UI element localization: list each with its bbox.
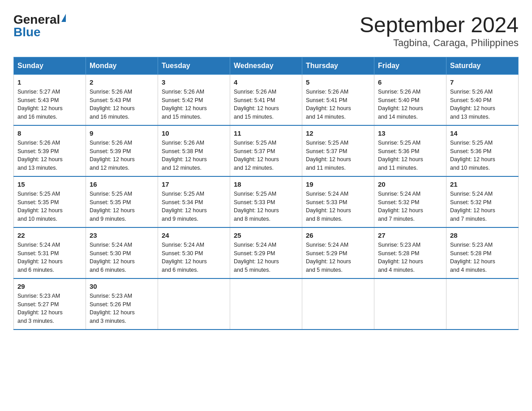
table-row: 6 Sunrise: 5:26 AM Sunset: 5:40 PM Dayli… xyxy=(374,74,446,125)
day-number: 30 xyxy=(90,283,154,290)
table-row: 9 Sunrise: 5:26 AM Sunset: 5:39 PM Dayli… xyxy=(86,125,158,176)
table-row: 18 Sunrise: 5:25 AM Sunset: 5:33 PM Dayl… xyxy=(230,176,302,227)
day-info: Sunrise: 5:25 AM Sunset: 5:37 PM Dayligh… xyxy=(306,139,370,172)
day-info: Sunrise: 5:24 AM Sunset: 5:30 PM Dayligh… xyxy=(162,241,226,274)
table-row: 8 Sunrise: 5:26 AM Sunset: 5:39 PM Dayli… xyxy=(14,125,86,176)
day-number: 26 xyxy=(306,231,370,239)
day-info: Sunrise: 5:26 AM Sunset: 5:40 PM Dayligh… xyxy=(378,88,442,121)
calendar-header: Sunday Monday Tuesday Wednesday Thursday… xyxy=(14,57,519,74)
day-info: Sunrise: 5:24 AM Sunset: 5:29 PM Dayligh… xyxy=(234,241,298,274)
day-info: Sunrise: 5:24 AM Sunset: 5:32 PM Dayligh… xyxy=(450,190,515,223)
table-row: 1 Sunrise: 5:27 AM Sunset: 5:43 PM Dayli… xyxy=(14,74,86,125)
day-info: Sunrise: 5:26 AM Sunset: 5:43 PM Dayligh… xyxy=(90,88,154,121)
calendar-week-row: 15 Sunrise: 5:25 AM Sunset: 5:35 PM Dayl… xyxy=(14,176,519,227)
table-row: 19 Sunrise: 5:24 AM Sunset: 5:33 PM Dayl… xyxy=(302,176,374,227)
col-tuesday: Tuesday xyxy=(158,57,230,74)
title-block: September 2024 Tagbina, Caraga, Philippi… xyxy=(360,13,519,49)
day-number: 11 xyxy=(234,129,298,137)
table-row: 12 Sunrise: 5:25 AM Sunset: 5:37 PM Dayl… xyxy=(302,125,374,176)
table-row: 21 Sunrise: 5:24 AM Sunset: 5:32 PM Dayl… xyxy=(446,176,519,227)
table-row: 14 Sunrise: 5:25 AM Sunset: 5:36 PM Dayl… xyxy=(446,125,519,176)
day-info: Sunrise: 5:26 AM Sunset: 5:40 PM Dayligh… xyxy=(450,88,515,121)
day-info: Sunrise: 5:24 AM Sunset: 5:33 PM Dayligh… xyxy=(306,190,370,223)
day-number: 20 xyxy=(378,180,442,188)
day-number: 7 xyxy=(450,78,515,86)
day-info: Sunrise: 5:26 AM Sunset: 5:41 PM Dayligh… xyxy=(234,88,298,121)
logo-general-text: General xyxy=(13,13,60,26)
day-number: 15 xyxy=(17,180,82,188)
day-number: 27 xyxy=(378,231,442,239)
day-info: Sunrise: 5:25 AM Sunset: 5:37 PM Dayligh… xyxy=(234,139,298,172)
day-info: Sunrise: 5:25 AM Sunset: 5:35 PM Dayligh… xyxy=(90,190,154,223)
col-saturday: Saturday xyxy=(446,57,519,74)
table-row xyxy=(446,278,519,330)
day-number: 5 xyxy=(306,78,370,86)
day-number: 12 xyxy=(306,129,370,137)
calendar-title: September 2024 xyxy=(360,13,519,37)
table-row: 10 Sunrise: 5:26 AM Sunset: 5:38 PM Dayl… xyxy=(158,125,230,176)
header: General Blue September 2024 Tagbina, Car… xyxy=(13,13,519,49)
day-info: Sunrise: 5:26 AM Sunset: 5:39 PM Dayligh… xyxy=(17,139,82,172)
day-info: Sunrise: 5:23 AM Sunset: 5:28 PM Dayligh… xyxy=(378,241,442,274)
col-sunday: Sunday xyxy=(14,57,86,74)
logo-triangle-icon xyxy=(61,14,66,22)
day-number: 18 xyxy=(234,180,298,188)
col-friday: Friday xyxy=(374,57,446,74)
day-info: Sunrise: 5:24 AM Sunset: 5:30 PM Dayligh… xyxy=(90,241,154,274)
table-row: 2 Sunrise: 5:26 AM Sunset: 5:43 PM Dayli… xyxy=(86,74,158,125)
col-wednesday: Wednesday xyxy=(230,57,302,74)
table-row: 26 Sunrise: 5:24 AM Sunset: 5:29 PM Dayl… xyxy=(302,227,374,278)
day-info: Sunrise: 5:25 AM Sunset: 5:34 PM Dayligh… xyxy=(162,190,226,223)
day-number: 25 xyxy=(234,231,298,239)
table-row: 16 Sunrise: 5:25 AM Sunset: 5:35 PM Dayl… xyxy=(86,176,158,227)
day-info: Sunrise: 5:23 AM Sunset: 5:27 PM Dayligh… xyxy=(17,292,82,325)
day-number: 3 xyxy=(162,78,226,86)
header-row: Sunday Monday Tuesday Wednesday Thursday… xyxy=(14,57,519,74)
calendar-week-row: 29 Sunrise: 5:23 AM Sunset: 5:27 PM Dayl… xyxy=(14,278,519,330)
day-info: Sunrise: 5:26 AM Sunset: 5:41 PM Dayligh… xyxy=(306,88,370,121)
day-info: Sunrise: 5:25 AM Sunset: 5:35 PM Dayligh… xyxy=(17,190,82,223)
table-row: 30 Sunrise: 5:23 AM Sunset: 5:26 PM Dayl… xyxy=(86,278,158,330)
table-row xyxy=(158,278,230,330)
table-row: 5 Sunrise: 5:26 AM Sunset: 5:41 PM Dayli… xyxy=(302,74,374,125)
table-row: 13 Sunrise: 5:25 AM Sunset: 5:36 PM Dayl… xyxy=(374,125,446,176)
day-number: 28 xyxy=(450,231,515,239)
day-number: 9 xyxy=(90,129,154,137)
table-row xyxy=(230,278,302,330)
day-info: Sunrise: 5:23 AM Sunset: 5:26 PM Dayligh… xyxy=(90,292,154,325)
table-row: 20 Sunrise: 5:24 AM Sunset: 5:32 PM Dayl… xyxy=(374,176,446,227)
table-row: 7 Sunrise: 5:26 AM Sunset: 5:40 PM Dayli… xyxy=(446,74,519,125)
day-info: Sunrise: 5:25 AM Sunset: 5:36 PM Dayligh… xyxy=(378,139,442,172)
day-number: 2 xyxy=(90,78,154,86)
day-number: 29 xyxy=(17,283,82,290)
day-number: 16 xyxy=(90,180,154,188)
calendar-week-row: 22 Sunrise: 5:24 AM Sunset: 5:31 PM Dayl… xyxy=(14,227,519,278)
table-row: 28 Sunrise: 5:23 AM Sunset: 5:28 PM Dayl… xyxy=(446,227,519,278)
day-number: 8 xyxy=(17,129,82,137)
table-row: 4 Sunrise: 5:26 AM Sunset: 5:41 PM Dayli… xyxy=(230,74,302,125)
day-info: Sunrise: 5:26 AM Sunset: 5:42 PM Dayligh… xyxy=(162,88,226,121)
calendar-subtitle: Tagbina, Caraga, Philippines xyxy=(360,37,519,49)
table-row: 27 Sunrise: 5:23 AM Sunset: 5:28 PM Dayl… xyxy=(374,227,446,278)
table-row xyxy=(374,278,446,330)
table-row: 17 Sunrise: 5:25 AM Sunset: 5:34 PM Dayl… xyxy=(158,176,230,227)
day-number: 1 xyxy=(17,78,82,86)
day-info: Sunrise: 5:26 AM Sunset: 5:39 PM Dayligh… xyxy=(90,139,154,172)
day-info: Sunrise: 5:24 AM Sunset: 5:31 PM Dayligh… xyxy=(17,241,82,274)
day-number: 10 xyxy=(162,129,226,137)
calendar-table: Sunday Monday Tuesday Wednesday Thursday… xyxy=(13,57,519,330)
day-info: Sunrise: 5:25 AM Sunset: 5:36 PM Dayligh… xyxy=(450,139,515,172)
logo: General Blue xyxy=(13,13,66,39)
day-info: Sunrise: 5:23 AM Sunset: 5:28 PM Dayligh… xyxy=(450,241,515,274)
day-info: Sunrise: 5:27 AM Sunset: 5:43 PM Dayligh… xyxy=(17,88,82,121)
calendar-body: 1 Sunrise: 5:27 AM Sunset: 5:43 PM Dayli… xyxy=(14,74,519,330)
calendar-week-row: 1 Sunrise: 5:27 AM Sunset: 5:43 PM Dayli… xyxy=(14,74,519,125)
table-row: 22 Sunrise: 5:24 AM Sunset: 5:31 PM Dayl… xyxy=(14,227,86,278)
page: General Blue September 2024 Tagbina, Car… xyxy=(0,0,532,339)
day-info: Sunrise: 5:25 AM Sunset: 5:33 PM Dayligh… xyxy=(234,190,298,223)
day-number: 17 xyxy=(162,180,226,188)
table-row: 15 Sunrise: 5:25 AM Sunset: 5:35 PM Dayl… xyxy=(14,176,86,227)
table-row: 25 Sunrise: 5:24 AM Sunset: 5:29 PM Dayl… xyxy=(230,227,302,278)
day-number: 23 xyxy=(90,231,154,239)
col-monday: Monday xyxy=(86,57,158,74)
